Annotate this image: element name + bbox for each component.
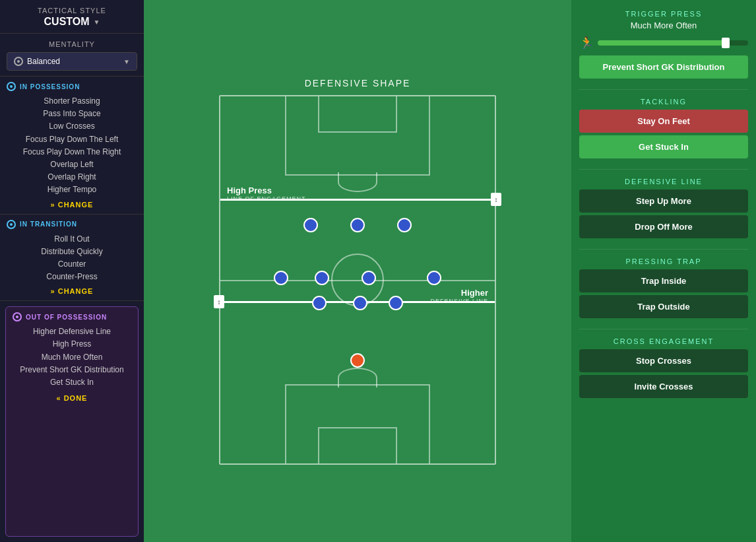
- main-area: DEFENSIVE SHAPE High Press LINE OF ENGAG…: [144, 0, 571, 542]
- get-stuck-in-button[interactable]: Get Stuck In: [579, 135, 748, 158]
- defensive-line-section: DEFENSIVE LINE Step Up More Drop Off Mor…: [579, 178, 748, 241]
- runner-icon: 🏃: [579, 36, 594, 50]
- list-item: Get Stuck In: [13, 376, 131, 389]
- goalkeeper-dot: [350, 353, 365, 368]
- in-transition-icon: [7, 220, 16, 229]
- step-up-more-button[interactable]: Step Up More: [579, 189, 748, 213]
- in-possession-change-button[interactable]: CHANGE: [7, 201, 137, 209]
- in-possession-title: IN POSSESSION: [20, 83, 80, 90]
- mentality-dropdown[interactable]: Balanced ▼: [7, 52, 137, 71]
- stop-crosses-button[interactable]: Stop Crosses: [579, 349, 748, 372]
- mentality-icon: [14, 57, 23, 66]
- pressing-trap-title: PRESSING TRAP: [579, 257, 748, 265]
- list-item: Shorter Passing: [7, 95, 137, 108]
- chevron-right-icon: [51, 201, 55, 209]
- in-possession-items: Shorter Passing Pass Into Space Low Cros…: [7, 95, 137, 197]
- bottom-goal-box: [318, 427, 397, 463]
- list-item: Much More Often: [13, 351, 131, 364]
- player-dot: [427, 271, 441, 285]
- out-of-possession-title: OUT OF POSSESSION: [26, 314, 107, 321]
- player-dot: [274, 271, 288, 285]
- list-item: Low Crosses: [7, 120, 137, 133]
- done-button[interactable]: DONE: [13, 394, 131, 402]
- tactical-style-dropdown-arrow[interactable]: ▼: [94, 18, 100, 26]
- trap-outside-button[interactable]: Trap Outside: [579, 295, 748, 318]
- pitch: High Press LINE OF ENGAGEMENT ↕ Higher D…: [219, 95, 496, 465]
- player-dot: [397, 218, 412, 232]
- player-dot: [350, 218, 365, 232]
- player-dot: [389, 296, 403, 310]
- top-goal-box: [318, 96, 397, 133]
- player-dot: [303, 218, 318, 232]
- divider: [579, 89, 748, 90]
- tactical-style-label: TACTICAL STYLE: [0, 7, 144, 15]
- defensive-line-handle[interactable]: ↕: [214, 295, 224, 308]
- player-dot: [362, 271, 376, 285]
- top-arc: [338, 172, 377, 192]
- in-possession-section: IN POSSESSION Shorter Passing Pass Into …: [0, 77, 144, 215]
- trigger-press-slider[interactable]: 🏃: [579, 36, 748, 50]
- in-transition-items: Roll It Out Distribute Quickly Counter C…: [7, 233, 137, 284]
- slider-fill: [598, 40, 726, 46]
- list-item: Overlap Left: [7, 158, 137, 171]
- tactical-style-header: TACTICAL STYLE CUSTOM ▼: [0, 0, 144, 34]
- prevent-short-gk-button[interactable]: Prevent Short GK Distribution: [579, 55, 748, 79]
- sidebar: TACTICAL STYLE CUSTOM ▼ MENTALITY Balanc…: [0, 0, 144, 542]
- list-item: Distribute Quickly: [7, 246, 137, 258]
- slider-track[interactable]: [598, 40, 748, 46]
- divider: [579, 169, 748, 170]
- player-dot: [353, 296, 367, 310]
- drop-off-more-button[interactable]: Drop Off More: [579, 215, 748, 238]
- list-item: Prevent Short GK Distribution: [13, 364, 131, 376]
- chevron-left-icon: [57, 394, 61, 402]
- defensive-shape-title: DEFENSIVE SHAPE: [305, 78, 411, 88]
- pressing-trap-section: PRESSING TRAP Trap Inside Trap Outside: [579, 257, 748, 321]
- list-item: High Press: [13, 338, 131, 351]
- mentality-dropdown-arrow: ▼: [123, 58, 130, 65]
- cross-engagement-section: CROSS ENGAGEMENT Stop Crosses Invite Cro…: [579, 337, 748, 401]
- tackling-section: TACKLING Stay On Feet Get Stuck In: [579, 98, 748, 161]
- out-of-possession-section: OUT OF POSSESSION Higher Defensive Line …: [5, 306, 139, 537]
- trigger-press-value: Much More Often: [579, 20, 748, 30]
- list-item: Counter: [7, 258, 137, 271]
- stay-on-feet-button[interactable]: Stay On Feet: [579, 110, 748, 133]
- out-of-possession-icon: [13, 312, 22, 322]
- list-item: Higher Defensive Line: [13, 325, 131, 338]
- engagement-label-text: High Press LINE OF ENGAGEMENT: [227, 186, 306, 202]
- mentality-section: MENTALITY Balanced ▼: [0, 34, 144, 77]
- chevron-right-icon: [51, 287, 55, 295]
- tackling-title: TACKLING: [579, 98, 748, 106]
- bottom-arc: [338, 368, 377, 388]
- list-item: Roll It Out: [7, 233, 137, 246]
- invite-crosses-button[interactable]: Invite Crosses: [579, 375, 748, 398]
- right-panel: TRIGGER PRESS Much More Often 🏃 Prevent …: [571, 0, 756, 542]
- mentality-label: MENTALITY: [7, 40, 137, 48]
- trap-inside-button[interactable]: Trap Inside: [579, 269, 748, 292]
- list-item: Pass Into Space: [7, 108, 137, 120]
- list-item: Higher Tempo: [7, 184, 137, 196]
- player-dot: [312, 296, 327, 310]
- mentality-value: Balanced: [27, 57, 60, 66]
- list-item: Overlap Right: [7, 171, 137, 184]
- slider-thumb[interactable]: [722, 38, 730, 48]
- in-transition-change-button[interactable]: CHANGE: [7, 287, 137, 295]
- player-dot: [315, 271, 329, 285]
- list-item: Focus Play Down The Right: [7, 146, 137, 158]
- in-transition-section: IN TRANSITION Roll It Out Distribute Qui…: [0, 215, 144, 302]
- list-item: Focus Play Down The Left: [7, 133, 137, 146]
- trigger-press-title: TRIGGER PRESS: [579, 10, 748, 18]
- defensive-line-label-text: Higher DEFENSIVE LINE: [430, 288, 488, 304]
- divider: [579, 329, 748, 329]
- list-item: Counter-Press: [7, 271, 137, 283]
- cross-engagement-title: CROSS ENGAGEMENT: [579, 337, 748, 345]
- defensive-line-title: DEFENSIVE LINE: [579, 178, 748, 186]
- trigger-press-section: TRIGGER PRESS Much More Often 🏃 Prevent …: [579, 10, 748, 81]
- in-transition-title: IN TRANSITION: [20, 220, 77, 228]
- divider: [579, 249, 748, 250]
- out-of-possession-items: Higher Defensive Line High Press Much Mo…: [13, 325, 131, 389]
- in-possession-icon: [7, 82, 16, 91]
- tactical-style-value[interactable]: CUSTOM ▼: [0, 16, 144, 28]
- engagement-handle[interactable]: [491, 193, 501, 206]
